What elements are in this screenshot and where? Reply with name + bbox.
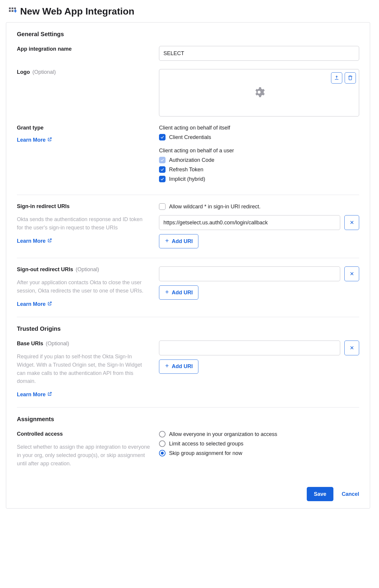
trash-icon (348, 75, 353, 81)
grant-implicit-row: Implicit (hybrid) (159, 176, 359, 182)
radio-groups[interactable] (159, 440, 166, 447)
remove-signout-uri-button[interactable]: ✕ (344, 266, 359, 281)
upload-logo-button[interactable] (331, 72, 342, 84)
checkbox-client-credentials[interactable] (159, 134, 166, 140)
delete-logo-button[interactable] (345, 72, 356, 84)
add-signout-uri-button[interactable]: Add URI (159, 285, 198, 300)
base-uris-label: Base URIs (17, 341, 43, 346)
grant-auth-code-row: Authorization Code (159, 157, 359, 163)
external-link-icon (47, 238, 52, 244)
signin-uri-input[interactable] (159, 215, 340, 230)
form-footer: Save Cancel (17, 476, 359, 501)
remove-base-uri-button[interactable]: ✕ (344, 341, 359, 355)
plus-icon (165, 363, 169, 370)
learn-more-grant[interactable]: Learn More (17, 137, 52, 143)
label-refresh-token: Refresh Token (169, 167, 203, 173)
signin-help: Okta sends the authentication response a… (17, 215, 150, 232)
save-button[interactable]: Save (307, 487, 333, 501)
learn-more-signout[interactable]: Learn More (17, 301, 52, 307)
external-link-icon (47, 392, 52, 398)
signout-uri-row: ✕ (159, 266, 359, 281)
signout-help: After your application contacts Okta to … (17, 279, 150, 295)
close-icon: ✕ (350, 345, 354, 351)
radio-groups-label: Limit access to selected groups (169, 441, 243, 447)
app-integrations-icon (8, 7, 17, 16)
radio-skip-label: Skip group assignment for now (169, 450, 242, 456)
logo-optional: (Optional) (32, 69, 56, 75)
divider (17, 258, 359, 258)
learn-more-signin[interactable]: Learn More (17, 238, 52, 244)
page-title: New Web App Integration (20, 6, 134, 17)
signin-row: Sign-in redirect URIs Okta sends the aut… (17, 203, 359, 257)
svg-rect-2 (14, 7, 16, 9)
base-uri-input[interactable] (159, 341, 340, 355)
label-implicit: Implicit (hybrid) (169, 176, 205, 182)
grant-type-label: Grant type (17, 125, 44, 131)
close-icon: ✕ (350, 271, 354, 277)
wildcard-row: Allow wildcard * in sign-in URI redirect… (159, 203, 359, 210)
remove-signin-uri-button[interactable]: ✕ (344, 215, 359, 230)
checkbox-implicit[interactable] (159, 176, 166, 182)
add-signin-uri-button[interactable]: Add URI (159, 234, 198, 248)
svg-rect-3 (9, 10, 11, 12)
app-name-label: App integration name (17, 46, 72, 52)
cancel-button[interactable]: Cancel (342, 491, 359, 497)
radio-everyone[interactable] (159, 431, 166, 437)
page-header: New Web App Integration (6, 6, 373, 17)
controlled-access-help: Select whether to assign the app integra… (17, 443, 150, 468)
divider (17, 317, 359, 317)
controlled-access-label: Controlled access (17, 431, 63, 437)
label-client-credentials: Client Credentials (169, 134, 211, 140)
grant-type-row: Grant type Learn More Client acting on b… (17, 125, 359, 194)
divider (17, 407, 359, 408)
gear-icon (253, 86, 265, 99)
logo-row: Logo (Optional) (17, 69, 359, 125)
svg-rect-4 (12, 10, 13, 12)
label-auth-code: Authorization Code (169, 157, 214, 163)
signout-uri-input[interactable] (159, 266, 340, 281)
upload-icon (334, 75, 339, 81)
divider (17, 195, 359, 195)
wildcard-label: Allow wildcard * in sign-in URI redirect… (169, 204, 261, 210)
app-name-input[interactable] (159, 46, 359, 61)
signout-optional: (Optional) (76, 266, 99, 272)
signin-label: Sign-in redirect URIs (17, 203, 70, 209)
grant-user-heading: Client acting on behalf of a user (159, 148, 359, 154)
radio-everyone-label: Allow everyone in your organization to a… (169, 431, 277, 437)
signout-label: Sign-out redirect URIs (17, 266, 73, 272)
radio-everyone-row: Allow everyone in your organization to a… (159, 431, 359, 437)
svg-rect-0 (9, 7, 11, 9)
controlled-access-row: Controlled access Select whether to assi… (17, 431, 359, 476)
base-uris-help: Required if you plan to self-host the Ok… (17, 353, 150, 386)
logo-label: Logo (17, 69, 30, 75)
signin-uri-row: ✕ (159, 215, 359, 230)
base-uri-row: ✕ (159, 341, 359, 355)
general-heading: General Settings (17, 31, 359, 38)
base-uris-row: Base URIs (Optional) Required if you pla… (17, 341, 359, 406)
close-icon: ✕ (350, 219, 354, 226)
radio-groups-row: Limit access to selected groups (159, 440, 359, 447)
external-link-icon (47, 301, 52, 307)
grant-self-heading: Client acting on behalf of itself (159, 125, 359, 131)
checkbox-wildcard[interactable] (159, 203, 166, 210)
settings-panel: General Settings App integration name Lo… (6, 22, 370, 509)
learn-more-trusted[interactable]: Learn More (17, 392, 52, 398)
external-link-icon (47, 137, 52, 143)
radio-skip-row: Skip group assignment for now (159, 450, 359, 456)
app-name-row: App integration name (17, 46, 359, 69)
base-uris-optional: (Optional) (46, 341, 69, 346)
assignments-heading: Assignments (17, 416, 359, 423)
plus-icon (165, 238, 169, 245)
trusted-heading: Trusted Origins (17, 325, 359, 332)
svg-rect-1 (12, 7, 13, 9)
radio-skip[interactable] (159, 450, 166, 456)
add-base-uri-button[interactable]: Add URI (159, 359, 198, 374)
logo-dropzone[interactable] (159, 69, 359, 116)
checkbox-auth-code (159, 157, 166, 163)
checkbox-refresh-token[interactable] (159, 166, 166, 173)
grant-refresh-row: Refresh Token (159, 166, 359, 173)
grant-client-credentials-row: Client Credentials (159, 134, 359, 140)
signout-row: Sign-out redirect URIs (Optional) After … (17, 266, 359, 316)
svg-point-5 (258, 91, 261, 94)
plus-icon (165, 290, 169, 296)
